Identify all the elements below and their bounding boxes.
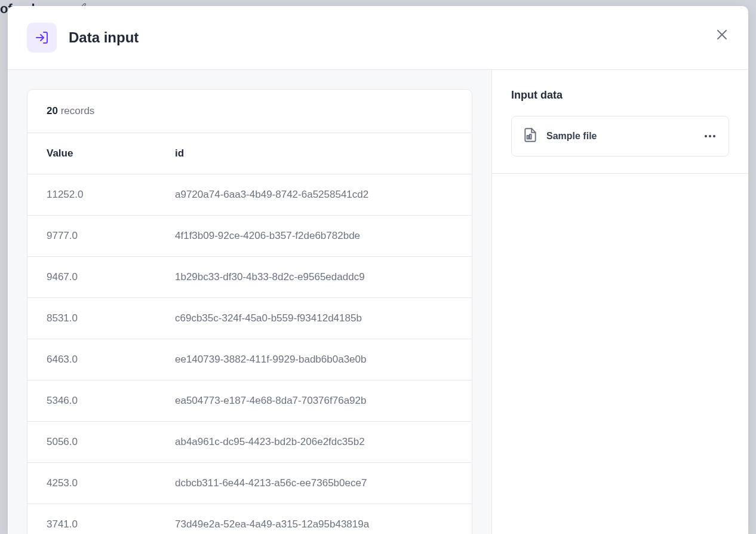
file-options-button[interactable] [702,133,718,140]
svg-rect-4 [530,134,531,139]
cell-id: 4f1f3b09-92ce-4206-b357-f2de6b782bde [156,216,472,257]
cell-value: 9467.0 [27,257,156,298]
more-icon [705,135,707,137]
modal-header: Data input [8,6,748,70]
cell-value: 9777.0 [27,216,156,257]
cell-id: ee140739-3882-411f-9929-badb6b0a3e0b [156,339,472,380]
table-row[interactable]: 9467.01b29bc33-df30-4b33-8d2c-e9565edadd… [27,257,472,298]
records-summary: 20 records [27,90,472,133]
data-input-modal: Data input 20 records Value id [8,6,748,534]
column-header-id[interactable]: id [156,133,472,174]
sidebar-divider [492,173,748,174]
cell-id: ea504773-e187-4e68-8da7-70376f76a92b [156,380,472,422]
table-row[interactable]: 9777.04f1f3b09-92ce-4206-b357-f2de6b782b… [27,216,472,257]
input-data-title: Input data [511,89,729,102]
cell-value: 8531.0 [27,298,156,339]
modal-title: Data input [69,29,139,46]
table-row[interactable]: 3741.073d49e2a-52ea-4a49-a315-12a95b4381… [27,504,472,535]
table-row[interactable]: 6463.0ee140739-3882-411f-9929-badb6b0a3e… [27,339,472,380]
cell-value: 3741.0 [27,504,156,535]
cell-id: dcbcb311-6e44-4213-a56c-ee7365b0ece7 [156,463,472,504]
table-row[interactable]: 4253.0dcbcb311-6e44-4213-a56c-ee7365b0ec… [27,463,472,504]
table-row[interactable]: 5056.0ab4a961c-dc95-4423-bd2b-206e2fdc35… [27,422,472,463]
sample-file-card[interactable]: Sample file [511,116,729,156]
table-row[interactable]: 11252.0a9720a74-6aa3-4b49-8742-6a5258541… [27,174,472,216]
cell-id: ab4a961c-dc95-4423-bd2b-206e2fdc35b2 [156,422,472,463]
records-count: 20 [47,105,58,116]
cell-value: 11252.0 [27,174,156,216]
cell-id: 1b29bc33-df30-4b33-8d2c-e9565edaddc9 [156,257,472,298]
cell-id: c69cb35c-324f-45a0-b559-f93412d4185b [156,298,472,339]
cell-id: 73d49e2a-52ea-4a49-a315-12a95b43819a [156,504,472,535]
cell-value: 4253.0 [27,463,156,504]
modal-body: 20 records Value id 11252.0a9720a74-6aa3… [8,70,748,534]
close-button[interactable] [715,27,729,42]
records-table-card: 20 records Value id 11252.0a9720a74-6aa3… [27,89,472,534]
records-label: records [61,105,95,116]
table-row[interactable]: 5346.0ea504773-e187-4e68-8da7-70376f76a9… [27,380,472,422]
cell-value: 5346.0 [27,380,156,422]
cell-value: 6463.0 [27,339,156,380]
file-icon [523,127,538,145]
data-input-icon [27,23,57,53]
svg-rect-3 [527,136,529,139]
cell-id: a9720a74-6aa3-4b49-8742-6a5258541cd2 [156,174,472,216]
cell-value: 5056.0 [27,422,156,463]
input-data-pane: Input data Sample file [491,70,748,534]
records-pane[interactable]: 20 records Value id 11252.0a9720a74-6aa3… [8,70,491,534]
records-table: Value id 11252.0a9720a74-6aa3-4b49-8742-… [27,133,472,534]
table-row[interactable]: 8531.0c69cb35c-324f-45a0-b559-f93412d418… [27,298,472,339]
column-header-value[interactable]: Value [27,133,156,174]
sample-file-label: Sample file [546,131,597,142]
